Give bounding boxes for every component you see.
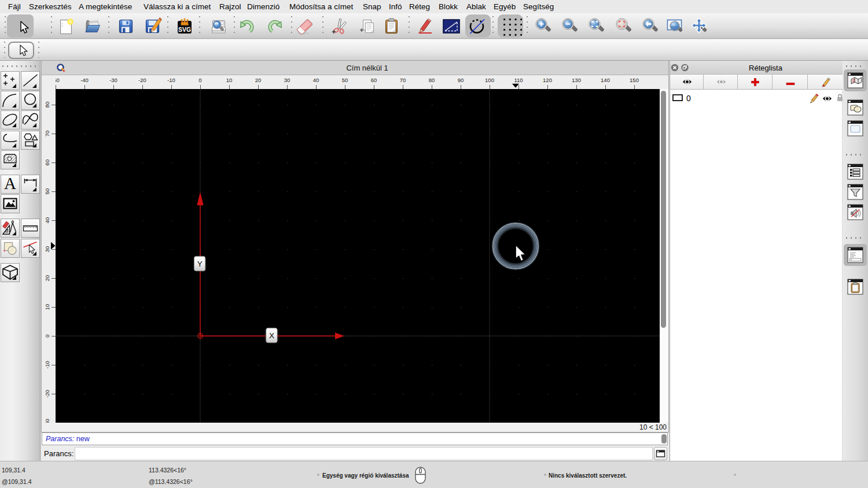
svg-text:-50: -50 (56, 77, 60, 83)
svg-text:0: 0 (198, 77, 201, 83)
svg-text:-10: -10 (167, 77, 175, 83)
svg-text:70: 70 (400, 77, 406, 83)
svg-text:140: 140 (601, 77, 610, 83)
svg-text:-30: -30 (109, 77, 117, 83)
svg-text:110: 110 (514, 77, 523, 83)
svg-text:20: 20 (255, 77, 262, 83)
svg-text:A: A (4, 175, 16, 193)
svg-text:30: 30 (44, 246, 50, 253)
svg-text:-30: -30 (44, 419, 50, 423)
svg-text:10: 10 (44, 304, 50, 310)
svg-text:80: 80 (429, 77, 435, 83)
svg-text:50: 50 (342, 77, 348, 83)
svg-text:-10: -10 (44, 361, 50, 369)
svg-text:Y: Y (197, 260, 203, 268)
svg-text:60: 60 (371, 77, 377, 83)
svg-text:100: 100 (485, 77, 494, 83)
svg-text:80: 80 (44, 102, 50, 108)
svg-text:10: 10 (226, 77, 233, 83)
svg-text:SVG: SVG (178, 26, 191, 33)
svg-text:120: 120 (543, 77, 552, 83)
svg-text:70: 70 (44, 131, 50, 137)
svg-text:150: 150 (630, 77, 639, 83)
svg-text:-20: -20 (44, 390, 50, 398)
svg-text:X: X (269, 331, 274, 340)
svg-text:20: 20 (44, 275, 50, 282)
svg-text:-20: -20 (138, 77, 146, 83)
svg-text:90: 90 (458, 77, 464, 83)
svg-text:0: 0 (44, 334, 50, 337)
svg-text:30: 30 (284, 77, 290, 83)
svg-text:130: 130 (572, 77, 581, 83)
svg-text:40: 40 (44, 217, 50, 224)
svg-text:-40: -40 (80, 77, 89, 83)
svg-text:50: 50 (44, 188, 50, 195)
svg-text:60: 60 (44, 160, 50, 166)
svg-text:40: 40 (313, 77, 319, 83)
